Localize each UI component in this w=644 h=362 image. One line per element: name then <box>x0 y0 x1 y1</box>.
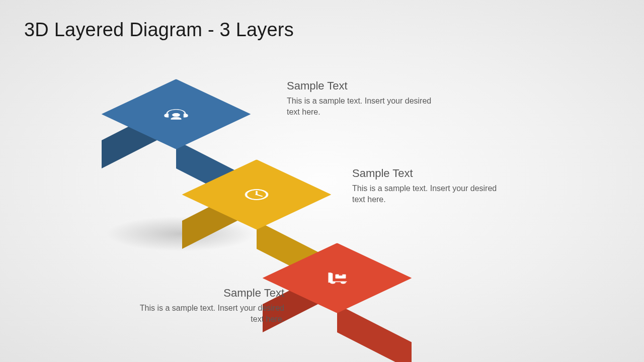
layer-3-side-right <box>337 304 412 362</box>
slide-title: 3D Layered Diagram - 3 Layers <box>24 19 294 41</box>
layer-2-body: This is a sample text. Insert your desir… <box>352 183 503 205</box>
svg-point-7 <box>341 282 346 284</box>
headset-icon <box>162 108 190 121</box>
layer-3-body: This is a sample text. Insert your desir… <box>133 303 284 324</box>
layer-1-caption: Sample Text This is a sample text. Inser… <box>287 79 438 117</box>
layer-3-heading: Sample Text <box>133 287 284 300</box>
layer-1-body: This is a sample text. Insert your desir… <box>287 96 438 117</box>
layer-1-heading: Sample Text <box>287 79 438 93</box>
layer-2-caption: Sample Text This is a sample text. Inser… <box>352 167 503 205</box>
svg-point-0 <box>172 113 180 117</box>
svg-point-6 <box>330 282 336 284</box>
hand-truck-icon <box>323 272 351 285</box>
svg-point-4 <box>255 194 258 195</box>
layer-2-heading: Sample Text <box>352 167 503 180</box>
clock-icon <box>243 188 271 201</box>
layer-3-caption: Sample Text This is a sample text. Inser… <box>133 287 284 324</box>
